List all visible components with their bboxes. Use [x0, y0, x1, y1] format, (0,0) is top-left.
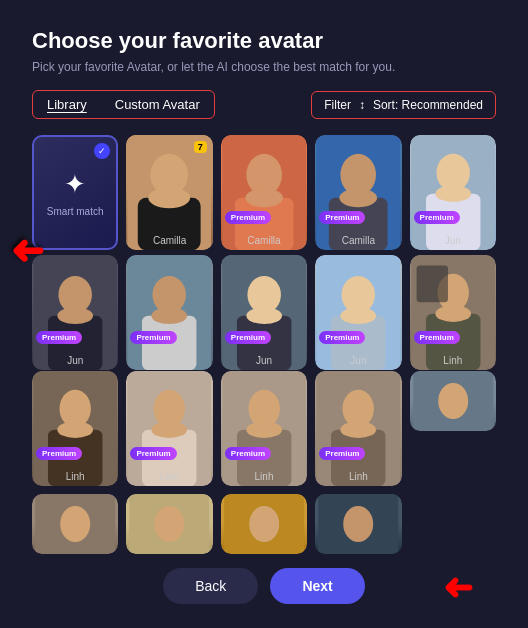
svg-point-62	[343, 506, 373, 542]
premium-badge: Premium	[36, 331, 82, 344]
avatar-row4-2[interactable]	[32, 494, 118, 554]
svg-rect-34	[416, 265, 447, 302]
page-subtitle: Pick your favorite Avatar, or let the AI…	[32, 60, 496, 74]
premium-badge: Premium	[319, 211, 365, 224]
smart-match-icon: ✦	[64, 169, 86, 200]
avatar-name-jun-5: Jun	[315, 355, 401, 366]
svg-point-11	[340, 188, 378, 207]
avatar-grid: ✓ ✦ Smart match 7 Camilla	[32, 135, 496, 554]
avatar-name-camilla-1: Camilla	[126, 235, 212, 246]
avatar-name-linh-3: Linh	[126, 471, 212, 482]
svg-point-7	[245, 188, 283, 207]
avatar-name-jun-2: Jun	[32, 355, 118, 366]
back-button[interactable]: Back	[163, 568, 258, 604]
premium-badge: Premium	[225, 331, 271, 344]
avatar-camilla-3[interactable]: Premium Camilla	[315, 135, 401, 250]
premium-badge: Premium	[130, 447, 176, 460]
avatar-name-linh-5: Linh	[315, 471, 401, 482]
toolbar: Library Custom Avatar Filter ↕ Sort: Rec…	[32, 90, 496, 119]
avatar-name-camilla-2: Camilla	[221, 235, 307, 246]
avatar-linh-3[interactable]: Premium Linh	[126, 371, 212, 486]
premium-badge: Premium	[319, 331, 365, 344]
avatar-jun-4[interactable]: Premium Jun	[221, 255, 307, 370]
avatar-row4-1[interactable]	[410, 371, 496, 431]
svg-point-36	[435, 305, 471, 322]
svg-point-52	[341, 421, 377, 438]
svg-point-58	[155, 506, 185, 542]
arrow-left-indicator: ➜	[10, 230, 44, 276]
avatar-name-jun-3: Jun	[126, 355, 212, 366]
avatar-name-jun-1: Jun	[410, 235, 496, 246]
main-container: Choose your favorite avatar Pick your fa…	[0, 0, 528, 628]
avatar-jun-5[interactable]: Premium Jun	[315, 255, 401, 370]
svg-point-48	[246, 421, 282, 438]
avatar-name-linh-2: Linh	[32, 471, 118, 482]
avatar-name-linh-4: Linh	[221, 471, 307, 482]
arrow-bottom-indicator: ➜	[443, 568, 473, 610]
tab-custom-avatar[interactable]: Custom Avatar	[101, 91, 214, 118]
avatar-linh-2[interactable]: Premium Linh	[32, 371, 118, 486]
avatar-row4-5[interactable]	[315, 494, 401, 554]
svg-point-31	[341, 307, 377, 324]
premium-badge: Premium	[414, 211, 460, 224]
avatar-camilla-1[interactable]: 7 Camilla	[126, 135, 212, 250]
svg-point-23	[152, 307, 188, 324]
svg-point-60	[249, 506, 279, 542]
avatar-row4-3[interactable]	[126, 494, 212, 554]
number-badge: 7	[194, 141, 207, 153]
bottom-bar: Back Next	[32, 554, 496, 608]
avatar-name-linh-1: Linh	[410, 355, 496, 366]
premium-badge: Premium	[414, 331, 460, 344]
svg-point-44	[152, 421, 188, 438]
svg-point-27	[246, 307, 282, 324]
smart-match-label: Smart match	[47, 206, 104, 217]
check-icon: ✓	[94, 143, 110, 159]
avatar-linh-1[interactable]: Premium Linh	[410, 255, 496, 370]
avatar-jun-3[interactable]: Premium Jun	[126, 255, 212, 370]
premium-badge: Premium	[36, 447, 82, 460]
page-title: Choose your favorite avatar	[32, 28, 496, 54]
svg-point-40	[57, 421, 93, 438]
avatar-row4-4[interactable]	[221, 494, 307, 554]
premium-badge: Premium	[130, 331, 176, 344]
tab-group: Library Custom Avatar	[32, 90, 215, 119]
premium-badge: Premium	[225, 447, 271, 460]
svg-point-3	[149, 187, 191, 208]
tab-library[interactable]: Library	[33, 91, 101, 118]
filter-label: Filter	[324, 98, 351, 112]
sort-label: Sort: Recommended	[373, 98, 483, 112]
avatar-linh-5[interactable]: Premium Linh	[315, 371, 401, 486]
sort-icon: ↕	[359, 98, 365, 112]
premium-badge: Premium	[319, 447, 365, 460]
premium-badge: Premium	[225, 211, 271, 224]
avatar-name-camilla-3: Camilla	[315, 235, 401, 246]
svg-point-54	[438, 383, 468, 419]
avatar-jun-2[interactable]: Premium Jun	[32, 255, 118, 370]
avatar-jun-1[interactable]: Premium Jun	[410, 135, 496, 250]
avatar-name-jun-4: Jun	[221, 355, 307, 366]
avatar-smart-match[interactable]: ✓ ✦ Smart match	[32, 135, 118, 250]
avatar-linh-4[interactable]: Premium Linh	[221, 371, 307, 486]
avatar-camilla-2[interactable]: Premium Camilla	[221, 135, 307, 250]
svg-point-56	[60, 506, 90, 542]
svg-point-15	[435, 185, 471, 202]
svg-point-19	[57, 307, 93, 324]
filter-sort-button[interactable]: Filter ↕ Sort: Recommended	[311, 91, 496, 119]
next-button[interactable]: Next	[270, 568, 364, 604]
